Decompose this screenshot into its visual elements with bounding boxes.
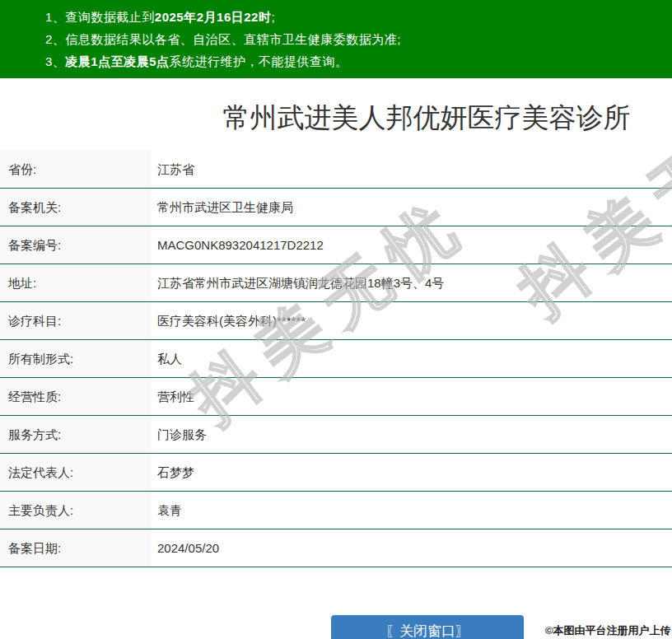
notice-number: 2、 — [45, 32, 65, 46]
row-value: 江苏省常州市武进区湖塘镇润龙德花园18幢3号、4号 — [151, 264, 672, 301]
row-value: 营利性 — [151, 378, 672, 415]
row-label: 诊疗科目: — [0, 302, 151, 339]
table-row-filing-number: 备案编号: MACG0NK8932041217D2212 — [0, 226, 672, 264]
row-label: 备案编号: — [0, 226, 151, 264]
table-row-service-mode: 服务方式: 门诊服务 — [0, 416, 672, 454]
notice-number: 1、 — [45, 10, 65, 24]
table-row-main-person-in-charge: 主要负责人: 袁青 — [0, 492, 672, 529]
table-row-province: 省份: 江苏省 — [0, 151, 672, 189]
row-label: 备案日期: — [0, 529, 151, 567]
page-title: 常州武进美人邦优妍医疗美容诊所 — [0, 99, 672, 136]
notice-number: 3、 — [45, 54, 65, 68]
table-row-filing-date: 备案日期: 2024/05/20 — [0, 529, 672, 567]
row-label: 服务方式: — [0, 416, 151, 453]
row-value: 门诊服务 — [151, 416, 672, 453]
notice-header: 1、查询数据截止到2025年2月16日22时; 2、信息数据结果以各省、自治区、… — [0, 0, 672, 78]
table-row-operating-nature: 经营性质: 营利性 — [0, 378, 672, 416]
row-value: 石梦梦 — [151, 454, 672, 491]
notice-line-3: 3、凌晨1点至凌晨5点系统进行维护，不能提供查询。 — [45, 50, 672, 72]
row-label: 所有制形式: — [0, 340, 151, 377]
row-value: MACG0NK8932041217D2212 — [151, 226, 672, 264]
row-value: 2024/05/20 — [151, 529, 672, 567]
row-label: 省份: — [0, 151, 151, 188]
table-row-address: 地址: 江苏省常州市武进区湖塘镇润龙德花园18幢3号、4号 — [0, 264, 672, 302]
row-label: 备案机关: — [0, 189, 151, 226]
table-row-filing-authority: 备案机关: 常州市武进区卫生健康局 — [0, 189, 672, 226]
row-value: 医疗美容科(美容外科)****** — [151, 302, 672, 339]
table-row-medical-subjects: 诊疗科目: 医疗美容科(美容外科)****** — [0, 302, 672, 340]
maintenance-window: 凌晨1点至凌晨5点 — [65, 54, 169, 68]
row-value: 袁青 — [151, 492, 672, 529]
table-row-ownership: 所有制形式: 私人 — [0, 340, 672, 378]
row-value: 常州市武进区卫生健康局 — [151, 189, 672, 226]
row-value: 私人 — [151, 340, 672, 377]
notice-deadline: 2025年2月16日22时 — [155, 10, 272, 24]
notice-line-2: 2、信息数据结果以各省、自治区、直辖市卫生健康委数据为准; — [45, 28, 672, 50]
row-label: 经营性质: — [0, 378, 151, 415]
uploader-credit-stamp: ©本图由平台注册用户上传 — [545, 623, 671, 638]
row-label: 法定代表人: — [0, 454, 151, 491]
row-label: 地址: — [0, 264, 151, 301]
row-label: 主要负责人: — [0, 492, 151, 529]
notice-line-1: 1、查询数据截止到2025年2月16日22时; — [45, 6, 672, 28]
table-row-legal-representative: 法定代表人: 石梦梦 — [0, 454, 672, 492]
query-result-page: 1、查询数据截止到2025年2月16日22时; 2、信息数据结果以各省、自治区、… — [0, 0, 672, 639]
row-value: 江苏省 — [151, 151, 672, 188]
close-window-button[interactable]: 〖关闭窗口〗 — [331, 615, 524, 639]
filing-info-table: 省份: 江苏省 备案机关: 常州市武进区卫生健康局 备案编号: MACG0NK8… — [0, 151, 672, 567]
